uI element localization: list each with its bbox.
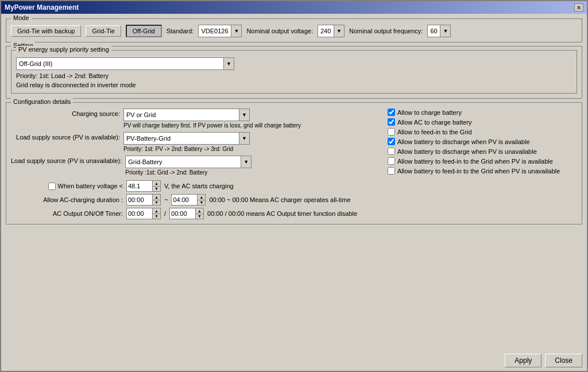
load-avail-dropdown-row: PV-Battery-Grid ▼ [123,132,382,145]
main-window: MyPower Management ✕ Mode Grid-Tie with … [0,0,588,372]
battery-voltage-label: When battery voltage < [58,183,123,189]
allow-discharge-avail-checkbox[interactable] [388,138,395,145]
load-avail-arrow[interactable]: ▼ [239,133,249,144]
load-supply-unavail-content: Grid-Battery ▼ Priority :1st: Grid -> 2n… [125,156,382,176]
ac-charging-end-wrapper[interactable]: ▲ ▼ [171,194,206,206]
allow-feedin-label: Allow to feed-in to the Grid [397,129,472,135]
config-group-label: Configuration details [11,98,73,105]
allow-charge-checkbox[interactable] [388,108,395,116]
nominal-freq-arrow[interactable]: ▼ [440,25,450,37]
ac-output-label: AC Output ON/Off Timer: [11,210,123,217]
ac-output-end-up[interactable]: ▲ [196,208,203,214]
standard-label: Standard: [167,28,194,34]
checkbox-allow-charge: Allow to charge battery [388,108,577,116]
checkbox-allow-feedin: Allow to feed-in to the Grid [388,128,577,135]
load-unavail-select-wrapper[interactable]: Grid-Battery ▼ [125,156,252,168]
ac-output-end-down[interactable]: ▼ [196,214,203,219]
config-group: Configuration details Charging source: P… [6,102,582,224]
nominal-voltage-select[interactable]: 240 [318,25,334,37]
allow-ac-charge-checkbox[interactable] [388,118,395,126]
ac-charging-end-input[interactable] [172,195,197,205]
allow-feedin-unavail-label: Allow battery to feed-in to the Grid whe… [397,168,560,175]
content-area: Mode Grid-Tie with backup Grid-Tie Off-G… [1,14,587,350]
load-avail-select-wrapper[interactable]: PV-Battery-Grid ▼ [123,132,250,145]
standard-arrow[interactable]: ▼ [231,25,241,37]
off-grid-button[interactable]: Off-Grid [126,25,162,37]
apply-button[interactable]: Apply [505,354,541,367]
ac-charging-label: Allow AC-charging duration : [11,196,123,203]
load-supply-unavail-label: Load supply source (PV is unavailable): [11,156,122,164]
battery-voltage-row: When battery voltage < ▲ ▼ V, the AC sta… [11,180,382,192]
checkbox-allow-feedin-avail: Allow battery to feed-in to the Grid whe… [388,157,577,165]
nominal-voltage-arrow[interactable]: ▼ [334,25,344,37]
grid-tie-backup-button[interactable]: Grid-Tie with backup [11,25,81,37]
charging-source-select[interactable]: PV or Grid [124,109,239,121]
battery-voltage-down[interactable]: ▼ [153,187,160,192]
pv-group-label: PV energy supply priority setting [16,46,111,53]
close-icon[interactable]: ✕ [574,3,583,11]
load-unavail-select[interactable]: Grid-Battery [126,156,241,168]
standard-select-wrapper[interactable]: VDE0126 ▼ [198,25,242,37]
ac-charging-note: 00:00 ~ 00:00 Means AC charger operates … [209,196,350,203]
config-content: Charging source: PV or Grid ▼ PV [11,108,577,219]
priority-line2: Grid relay is disconnected in inverter m… [16,82,572,88]
pv-select-arrow[interactable]: ▼ [223,58,234,69]
ac-output-start-down[interactable]: ▼ [153,214,160,219]
load-supply-avail-content: PV-Battery-Grid ▼ Priority: 1st: PV -> 2… [123,132,382,152]
allow-feedin-checkbox[interactable] [388,128,395,135]
ac-charging-start-input[interactable] [127,195,152,205]
ac-charging-end-down[interactable]: ▼ [198,200,205,206]
charging-source-select-wrapper[interactable]: PV or Grid ▼ [123,108,250,121]
allow-discharge-unavail-checkbox[interactable] [388,148,395,155]
setting-group: Setting PV energy supply priority settin… [6,46,582,99]
ac-charging-start-up[interactable]: ▲ [153,195,160,200]
battery-voltage-input-wrapper[interactable]: ▲ ▼ [126,180,161,192]
pv-select[interactable]: Off-Grid (III) [17,58,223,69]
load-unavail-sub: Priority :1st: Grid -> 2nd: Battery [125,169,382,176]
standard-select[interactable]: VDE0126 [199,25,231,37]
load-unavail-arrow[interactable]: ▼ [241,156,251,168]
allow-feedin-avail-checkbox[interactable] [388,157,395,165]
pv-group: PV energy supply priority setting Off-Gr… [11,50,577,94]
ac-charging-start-spinners: ▲ ▼ [152,195,160,205]
ac-output-note: 00:00 / 00:00 means AC Output timer func… [207,210,357,217]
charging-dropdown-row: PV or Grid ▼ [123,108,382,121]
battery-voltage-spinners: ▲ ▼ [152,181,160,191]
nominal-freq-select-wrapper[interactable]: 60 ▼ [427,25,451,37]
allow-feedin-unavail-checkbox[interactable] [388,167,395,175]
bottom-rows: When battery voltage < ▲ ▼ V, the AC sta… [11,180,382,219]
title-bar: MyPower Management ✕ [1,1,587,14]
allow-ac-charge-label: Allow AC to charge battery [397,119,472,126]
ac-charging-separator: ~ [164,196,168,203]
ac-output-start-up[interactable]: ▲ [153,208,160,214]
checkbox-allow-ac-charge: Allow AC to charge battery [388,118,577,126]
ac-charging-start-down[interactable]: ▼ [153,200,160,206]
ac-charging-end-up[interactable]: ▲ [198,195,205,200]
battery-voltage-up[interactable]: ▲ [153,181,160,187]
window-title: MyPower Management [5,3,79,11]
pv-dropdown-row: Off-Grid (III) ▼ [16,57,572,70]
load-avail-select[interactable]: PV-Battery-Grid [124,133,239,144]
config-right: Allow to charge battery Allow AC to char… [388,108,577,219]
battery-voltage-unit: V, the AC starts charging [164,183,234,189]
config-left: Charging source: PV or Grid ▼ PV [11,108,382,219]
battery-voltage-checkbox[interactable] [48,183,56,190]
charging-source-arrow[interactable]: ▼ [239,109,249,121]
ac-output-end-wrapper[interactable]: ▲ ▼ [169,208,204,219]
allow-charge-label: Allow to charge battery [397,109,462,116]
close-button[interactable]: Close [545,354,582,367]
ac-charging-start-wrapper[interactable]: ▲ ▼ [126,194,161,206]
ac-output-end-input[interactable] [170,208,195,219]
nominal-freq-select[interactable]: 60 [428,25,440,37]
ac-output-start-input[interactable] [127,208,152,219]
pv-select-wrapper[interactable]: Off-Grid (III) ▼ [16,57,234,70]
nominal-voltage-select-wrapper[interactable]: 240 ▼ [318,25,345,37]
allow-discharge-unavail-label: Allow battery to discharge when PV is un… [397,148,537,155]
mode-row: Grid-Tie with backup Grid-Tie Off-Grid S… [11,22,577,37]
load-avail-sub: Priority: 1st: PV -> 2nd: Battery -> 3rd… [123,146,382,152]
grid-tie-button[interactable]: Grid-Tie [86,25,121,37]
battery-voltage-input[interactable] [127,181,152,191]
ac-output-start-wrapper[interactable]: ▲ ▼ [126,208,161,219]
load-supply-avail-label: Load supply source (PV is available): [11,132,120,141]
charging-source-sub: PV will charge battery first. If PV powe… [123,122,382,129]
